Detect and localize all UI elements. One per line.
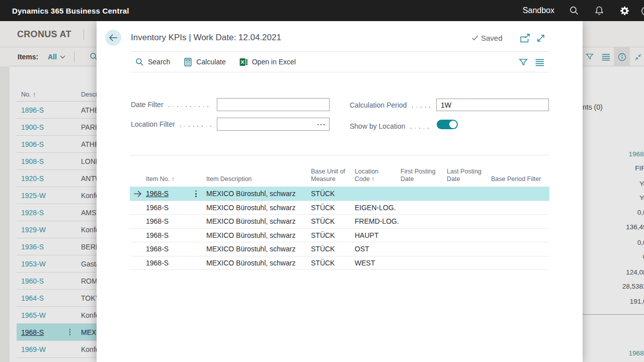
calculation-period-value: 1W bbox=[441, 101, 451, 109]
search-icon[interactable] bbox=[561, 0, 587, 21]
cell-item-no[interactable]: 1968-S bbox=[145, 204, 190, 212]
date-filter-input[interactable] bbox=[217, 98, 330, 111]
location-filter-row: Location Filter bbox=[131, 118, 214, 131]
cell-item-description[interactable]: MEXICO Bürostuhl, schwarz bbox=[202, 259, 307, 267]
show-by-location-label: Show by Location bbox=[350, 122, 406, 130]
date-filter-label: Date Filter bbox=[131, 101, 164, 109]
leader-dots bbox=[169, 106, 211, 107]
cell-base-unit[interactable]: STÜCK bbox=[307, 190, 351, 198]
calculation-period-input[interactable]: 1W bbox=[436, 99, 549, 111]
active-row-indicator bbox=[130, 245, 145, 253]
active-row-indicator bbox=[130, 190, 145, 198]
back-arrow-icon bbox=[109, 34, 118, 42]
location-filter-input[interactable]: ··· bbox=[217, 118, 330, 131]
expand-dialog-icon[interactable] bbox=[535, 33, 546, 43]
cell-item-no[interactable]: 1968-S bbox=[145, 245, 190, 253]
dialog-toolbar: Search Calculate Open in Excel bbox=[131, 51, 549, 72]
active-row-indicator bbox=[130, 231, 145, 239]
check-icon bbox=[471, 34, 479, 42]
cell-item-description[interactable]: MEXICO Bürostuhl, schwarz bbox=[202, 190, 307, 198]
screen: CRONUS AT Items: All bbox=[0, 0, 644, 362]
cell-base-unit[interactable]: STÜCK bbox=[307, 231, 351, 239]
kpi-table-row[interactable]: 1968-S MEXICO Bürostuhl, schwarz STÜCK E… bbox=[130, 201, 549, 215]
dialog-header: Inventory KPIs | Work Date: 12.04.2021 S… bbox=[97, 21, 583, 54]
row-arrow-icon bbox=[133, 190, 142, 198]
settings-gear-icon[interactable] bbox=[612, 0, 637, 21]
leader-dots bbox=[412, 107, 430, 108]
cell-base-unit[interactable]: STÜCK bbox=[307, 245, 351, 253]
calculation-period-row: Calculation Period bbox=[350, 99, 433, 112]
active-row-indicator bbox=[130, 259, 145, 266]
dialog-toolbar-right bbox=[519, 52, 544, 73]
help-question-icon[interactable]: ? bbox=[641, 6, 644, 16]
cell-base-unit[interactable]: STÜCK bbox=[307, 217, 351, 225]
open-in-excel-action[interactable]: Open in Excel bbox=[239, 58, 296, 66]
column-header-item-no[interactable]: Item No. ↑ bbox=[145, 175, 190, 187]
app-brand[interactable]: Dynamics 365 Business Central bbox=[12, 7, 129, 15]
save-status-label: Saved bbox=[481, 34, 503, 42]
leader-dots bbox=[411, 128, 430, 129]
active-row-indicator bbox=[130, 218, 145, 225]
open-in-new-window-icon[interactable] bbox=[519, 33, 530, 43]
search-action-label: Search bbox=[148, 58, 170, 66]
kpi-table: Item No. ↑ Item Description Base Unit of… bbox=[130, 155, 549, 270]
topbar-right: Sandbox bbox=[523, 0, 644, 21]
kpi-table-header: Item No. ↑ Item Description Base Unit of… bbox=[130, 155, 549, 187]
cell-location-code[interactable]: OST bbox=[351, 245, 396, 253]
calculate-action-label: Calculate bbox=[196, 58, 225, 66]
inventory-kpis-dialog: Inventory KPIs | Work Date: 12.04.2021 S… bbox=[97, 21, 583, 362]
active-row-indicator bbox=[130, 204, 145, 211]
cell-location-code[interactable]: HAUPT bbox=[351, 231, 396, 239]
cell-location-code[interactable]: WEST bbox=[351, 259, 396, 267]
column-header-last-posting-date[interactable]: Last Posting Date bbox=[443, 168, 487, 187]
calculation-period-label: Calculation Period bbox=[350, 101, 407, 109]
calculator-icon bbox=[184, 58, 192, 66]
column-header-base-unit[interactable]: Base Unit of Measure bbox=[307, 168, 351, 187]
filter-icon[interactable] bbox=[519, 58, 528, 67]
top-app-bar: Dynamics 365 Business Central Sandbox bbox=[0, 0, 644, 21]
search-icon bbox=[135, 58, 144, 66]
kpi-table-row[interactable]: 1968-S MEXICO Bürostuhl, schwarz STÜCK W… bbox=[130, 256, 549, 270]
location-filter-label: Location Filter bbox=[131, 120, 175, 128]
dialog-title: Inventory KPIs | Work Date: 12.04.2021 bbox=[131, 21, 281, 54]
open-in-excel-action-label: Open in Excel bbox=[252, 58, 296, 66]
cell-item-description[interactable]: MEXICO Bürostuhl, schwarz bbox=[202, 217, 307, 225]
cell-item-no[interactable]: 1968-S bbox=[145, 217, 190, 225]
show-by-location-row: Show by Location bbox=[350, 120, 433, 133]
date-filter-row: Date Filter bbox=[131, 98, 214, 111]
kpi-table-row[interactable]: 1968-S MEXICO Bürostuhl, schwarz STÜCK H… bbox=[130, 229, 549, 243]
toggle-knob bbox=[449, 121, 457, 128]
excel-icon bbox=[239, 58, 248, 66]
show-by-location-toggle[interactable] bbox=[437, 120, 458, 129]
cell-location-code[interactable]: EIGEN-LOG. bbox=[351, 204, 396, 212]
calculate-action[interactable]: Calculate bbox=[184, 58, 225, 66]
search-action[interactable]: Search bbox=[135, 58, 170, 66]
cell-item-no[interactable]: 1968-S bbox=[145, 231, 190, 239]
save-status: Saved bbox=[471, 21, 503, 54]
environment-badge[interactable]: Sandbox bbox=[523, 6, 554, 15]
column-header-location-code[interactable]: Location Code ↑ bbox=[351, 168, 396, 187]
cell-item-description[interactable]: MEXICO Bürostuhl, schwarz bbox=[202, 204, 307, 212]
back-button[interactable] bbox=[105, 30, 121, 46]
column-header-first-posting-date[interactable]: First Posting Date bbox=[396, 168, 443, 187]
kpi-table-row[interactable]: 1968-S MEXICO Bürostuhl, schwarz STÜCK O… bbox=[130, 242, 549, 256]
column-header-base-period-filter[interactable]: Base Period Filter bbox=[487, 175, 549, 187]
cell-item-description[interactable]: MEXICO Bürostuhl, schwarz bbox=[202, 231, 307, 239]
kpi-table-row[interactable]: 1968-S MEXICO Bürostuhl, schwarz STÜCK F… bbox=[130, 215, 549, 229]
kpi-table-body: 1968-S MEXICO Bürostuhl, schwarz STÜCK bbox=[130, 187, 549, 270]
assist-edit-ellipsis[interactable]: ··· bbox=[317, 118, 327, 130]
cell-location-code[interactable]: FREMD-LOG. bbox=[351, 217, 396, 225]
cell-base-unit[interactable]: STÜCK bbox=[307, 259, 351, 267]
list-options-icon[interactable] bbox=[535, 58, 544, 67]
leader-dots bbox=[180, 126, 211, 127]
row-menu-dots-icon[interactable] bbox=[190, 191, 202, 197]
kpi-table-row[interactable]: 1968-S MEXICO Bürostuhl, schwarz STÜCK bbox=[130, 187, 549, 201]
column-header-item-description[interactable]: Item Description bbox=[202, 175, 307, 187]
alerts-bell-icon[interactable] bbox=[587, 0, 612, 21]
cell-item-description[interactable]: MEXICO Bürostuhl, schwarz bbox=[202, 245, 307, 253]
cell-base-unit[interactable]: STÜCK bbox=[307, 204, 351, 212]
cell-item-no[interactable]: 1968-S bbox=[145, 259, 190, 267]
cell-item-no[interactable]: 1968-S bbox=[145, 190, 190, 198]
